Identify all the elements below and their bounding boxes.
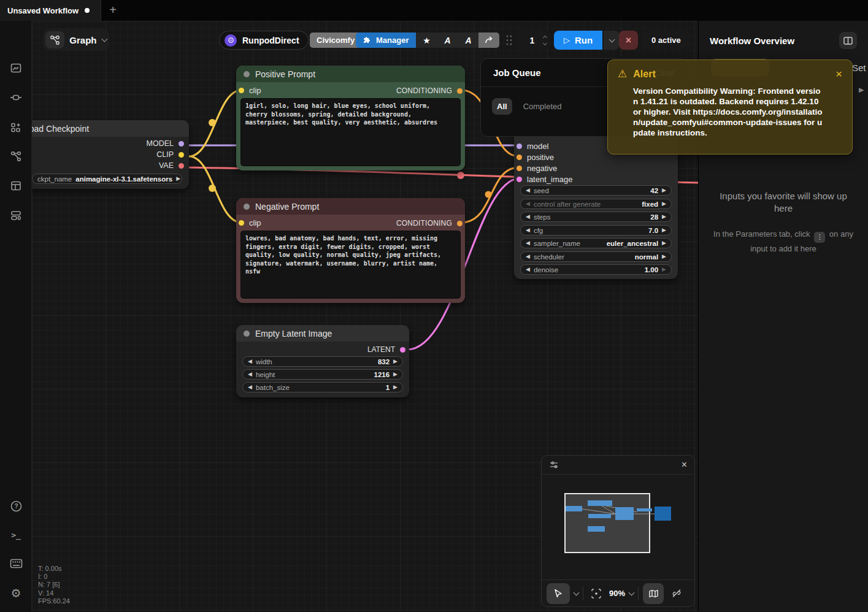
help-icon[interactable]: ? — [8, 498, 24, 514]
widget-next-arrow[interactable]: ▶ — [176, 176, 180, 182]
share-icon[interactable] — [478, 33, 499, 48]
keyboard-shortcuts-icon[interactable] — [8, 556, 24, 572]
node-library-icon[interactable] — [8, 90, 24, 105]
stepper-down-icon[interactable] — [543, 40, 547, 45]
node-header[interactable]: Empty Latent Image — [236, 325, 409, 342]
job-queue-tab-all[interactable]: All — [492, 98, 512, 115]
settings-gear-icon[interactable]: ⚙ — [8, 585, 24, 601]
slot-dot-clip[interactable] — [239, 88, 244, 93]
widget-width[interactable]: ◀width 832▶ — [242, 356, 403, 367]
settings-tab-clipped[interactable]: Set — [852, 63, 866, 73]
panel-toggle-icon[interactable] — [839, 32, 857, 49]
section-expand-arrow[interactable]: ▶ — [859, 86, 864, 94]
slot-dot-conditioning[interactable] — [457, 88, 463, 94]
minimap-close-icon[interactable]: × — [682, 460, 687, 470]
batch-count-input[interactable]: 1 — [516, 31, 550, 50]
widget-cfg[interactable]: ◀cfg 7.0▶ — [520, 225, 672, 235]
node-empty-latent[interactable]: Empty Latent Image LATENT ◀width 832▶ ◀h… — [236, 325, 409, 397]
workflow-tabbar: Unsaved Workflow + — [0, 0, 868, 21]
prompt-textarea[interactable]: 1girl, solo, long hair, blue eyes, schoo… — [240, 98, 461, 166]
output-vae[interactable]: VAE — [159, 161, 184, 170]
node-header[interactable]: Negative Prompt — [236, 198, 465, 215]
node-load-checkpoint[interactable]: Load Checkpoint MODEL CLIP VAE ckpt_name… — [17, 120, 189, 189]
terminal-icon[interactable]: >_ — [8, 527, 24, 543]
widget-height[interactable]: ◀height 1216▶ — [242, 369, 403, 380]
workflows-icon[interactable] — [8, 148, 24, 164]
slot-dot-latent[interactable] — [400, 347, 405, 353]
output-conditioning[interactable]: CONDITIONING — [396, 86, 463, 95]
queue-gallery-icon[interactable] — [8, 60, 24, 76]
fit-view-icon[interactable] — [588, 584, 605, 603]
alert-close-icon[interactable]: × — [835, 68, 842, 80]
pointer-tool-button[interactable] — [547, 583, 570, 604]
input-clip[interactable]: clip — [239, 218, 261, 228]
model-library-icon[interactable] — [8, 120, 24, 136]
widget-seed[interactable]: ◀seed 42▶ — [520, 185, 672, 196]
toggle-links-icon[interactable] — [668, 584, 685, 603]
pointer-tool-dropdown-icon[interactable] — [574, 589, 580, 595]
widget-steps[interactable]: ◀steps 28▶ — [520, 212, 672, 222]
prompt-textarea[interactable]: lowres, bad anatomy, bad hands, text, er… — [240, 231, 461, 299]
output-latent[interactable]: LATENT — [367, 345, 405, 354]
templates-icon[interactable] — [8, 207, 24, 223]
minimap-node — [566, 506, 582, 511]
node-negative-prompt[interactable]: Negative Prompt clip CONDITIONING lowres… — [236, 198, 465, 303]
alert-message: Version Compatibility Warning: Frontend … — [633, 86, 824, 138]
widget-denoise[interactable]: ◀denoise 1.00▶ — [520, 264, 672, 275]
slot-dot-latent[interactable] — [517, 177, 522, 182]
node-title: Positive Prompt — [255, 69, 315, 79]
favorites-star-icon[interactable]: ★ — [416, 33, 437, 48]
widget-scheduler[interactable]: ◀scheduler normal▶ — [520, 251, 672, 262]
input-positive[interactable]: positive — [517, 153, 554, 162]
runpod-direct-button[interactable]: RunpodDirect — [219, 31, 309, 50]
job-queue-tab-completed[interactable]: Completed — [523, 102, 562, 111]
zoom-dropdown-icon[interactable] — [629, 589, 635, 595]
slot-dot-clip[interactable] — [239, 220, 244, 226]
input-model[interactable]: model — [517, 142, 548, 151]
widget-sampler-name[interactable]: ◀sampler_name euler_ancestral▶ — [520, 238, 672, 248]
workflow-tab[interactable]: Unsaved Workflow — [0, 0, 101, 21]
graph-selector[interactable]: Graph — [43, 29, 109, 51]
active-jobs-button[interactable]: 0 active — [643, 31, 689, 50]
minimap-view[interactable] — [542, 475, 694, 579]
minimap-node — [588, 500, 612, 506]
stepper-up-icon[interactable] — [543, 35, 547, 39]
runpod-icon — [225, 34, 237, 47]
batch-count-value: 1 — [530, 36, 535, 45]
node-positive-prompt[interactable]: Positive Prompt clip CONDITIONING 1girl,… — [236, 66, 465, 170]
minimap-node — [588, 514, 611, 518]
layout-panel-icon[interactable] — [8, 178, 24, 194]
slot-dot-positive[interactable] — [517, 155, 522, 160]
collapse-dot[interactable] — [244, 71, 250, 77]
collapse-dot[interactable] — [244, 331, 250, 337]
slot-dot-negative[interactable] — [517, 166, 522, 171]
cancel-run-button[interactable]: × — [619, 31, 638, 50]
run-button[interactable]: ▷ Run — [554, 31, 602, 50]
node-header[interactable]: Load Checkpoint — [17, 120, 189, 137]
a-badge-icon[interactable]: A — [437, 33, 458, 48]
widget-ckpt-name[interactable]: ckpt_name animagine-xl-3.1.safetensors ▶ — [32, 174, 182, 184]
civicomfy-button[interactable]: Civicomfy — [310, 33, 361, 48]
output-conditioning[interactable]: CONDITIONING — [396, 219, 463, 228]
a-badge-alt-icon[interactable]: A — [458, 33, 478, 48]
slot-dot-model[interactable] — [517, 143, 522, 149]
run-options-button[interactable] — [604, 31, 620, 50]
node-header[interactable]: Positive Prompt — [236, 66, 465, 82]
zoom-level[interactable]: 90% — [609, 589, 625, 598]
widget-batch-size[interactable]: ◀batch_size 1▶ — [242, 382, 403, 392]
input-clip[interactable]: clip — [239, 86, 261, 95]
slot-dot-model[interactable] — [179, 141, 184, 147]
input-negative[interactable]: negative — [517, 164, 557, 173]
slot-dot-clip[interactable] — [179, 152, 184, 158]
output-clip[interactable]: CLIP — [156, 150, 184, 159]
collapse-dot[interactable] — [244, 204, 250, 210]
slot-dot-vae[interactable] — [179, 163, 184, 169]
minimap-toggle-button[interactable] — [643, 583, 664, 604]
input-latent-image[interactable]: latent_image — [517, 175, 572, 184]
toolbar-drag-handle[interactable] — [505, 34, 513, 46]
widget-control-after-generate[interactable]: ◀control after generate fixed▶ — [520, 199, 672, 209]
output-model[interactable]: MODEL — [147, 139, 184, 148]
slot-dot-conditioning[interactable] — [457, 221, 463, 226]
new-workflow-button[interactable]: + — [106, 3, 120, 18]
manager-button[interactable]: Manager — [356, 33, 416, 48]
